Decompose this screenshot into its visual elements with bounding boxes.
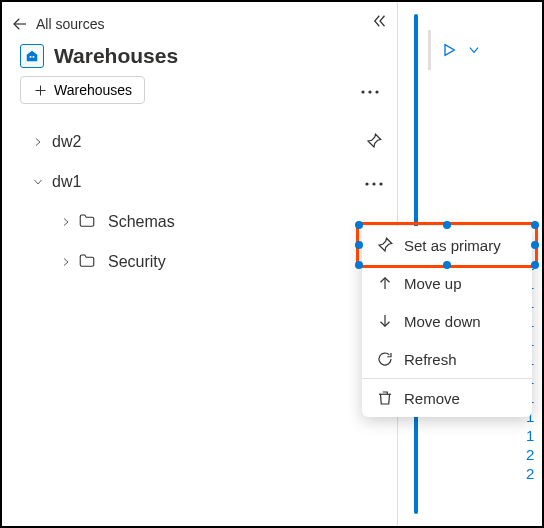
- tree-item-label: dw2: [48, 133, 385, 151]
- more-icon[interactable]: [365, 174, 383, 190]
- menu-item-move-up[interactable]: Move up: [362, 264, 532, 302]
- chevron-down-icon[interactable]: [467, 43, 481, 57]
- play-icon[interactable]: [441, 42, 457, 58]
- menu-item-set-primary[interactable]: Set as primary: [362, 226, 532, 264]
- section-title: Warehouses: [54, 44, 178, 68]
- tree-item-security[interactable]: Security: [28, 242, 385, 282]
- tree-item-label: dw1: [48, 173, 385, 191]
- svg-point-4: [375, 90, 378, 93]
- trash-icon: [376, 389, 394, 407]
- tree-item-schemas[interactable]: Schemas: [28, 202, 385, 242]
- folder-icon: [78, 212, 96, 233]
- plus-icon: [33, 83, 48, 98]
- pin-icon: [376, 236, 394, 254]
- refresh-icon: [376, 350, 394, 368]
- top-bar-label: All sources: [36, 16, 104, 32]
- chevron-right-icon[interactable]: [56, 256, 76, 268]
- svg-rect-0: [30, 56, 32, 58]
- explorer-panel: All sources Warehouses Warehouses dw2: [2, 2, 398, 526]
- folder-icon: [78, 252, 96, 273]
- warehouse-icon: [20, 44, 44, 68]
- menu-item-refresh[interactable]: Refresh: [362, 340, 532, 378]
- context-menu: Set as primary Move up Move down Refresh…: [362, 226, 532, 417]
- collapse-icon[interactable]: [371, 12, 389, 33]
- menu-item-label: Move up: [404, 275, 462, 292]
- menu-item-label: Refresh: [404, 351, 457, 368]
- tree-item-label: Schemas: [104, 213, 385, 231]
- add-button-label: Warehouses: [54, 82, 132, 98]
- tree-item-dw2[interactable]: dw2: [28, 122, 385, 162]
- section-header: Warehouses: [2, 40, 397, 76]
- chevron-right-icon[interactable]: [28, 136, 48, 148]
- add-row: Warehouses: [2, 76, 397, 114]
- tree-item-dw1[interactable]: dw1: [28, 162, 385, 202]
- tree-item-label: Security: [104, 253, 385, 271]
- svg-rect-1: [33, 56, 35, 58]
- svg-point-3: [368, 90, 371, 93]
- top-bar: All sources: [2, 8, 397, 40]
- svg-point-2: [361, 90, 364, 93]
- svg-point-7: [379, 182, 382, 185]
- arrow-down-icon: [376, 312, 394, 330]
- chevron-down-icon[interactable]: [28, 176, 48, 188]
- add-warehouse-button[interactable]: Warehouses: [20, 76, 145, 104]
- menu-item-move-down[interactable]: Move down: [362, 302, 532, 340]
- menu-item-remove[interactable]: Remove: [362, 379, 532, 417]
- menu-item-label: Move down: [404, 313, 481, 330]
- run-controls: [428, 30, 481, 70]
- svg-point-5: [365, 182, 368, 185]
- svg-point-6: [372, 182, 375, 185]
- section-more-icon[interactable]: [355, 78, 385, 102]
- arrow-up-icon: [376, 274, 394, 292]
- chevron-right-icon[interactable]: [56, 216, 76, 228]
- tree: dw2 dw1 Schemas: [2, 114, 397, 282]
- menu-item-label: Remove: [404, 390, 460, 407]
- menu-item-label: Set as primary: [404, 237, 501, 254]
- back-icon[interactable]: [10, 14, 30, 34]
- pin-icon[interactable]: [365, 132, 383, 153]
